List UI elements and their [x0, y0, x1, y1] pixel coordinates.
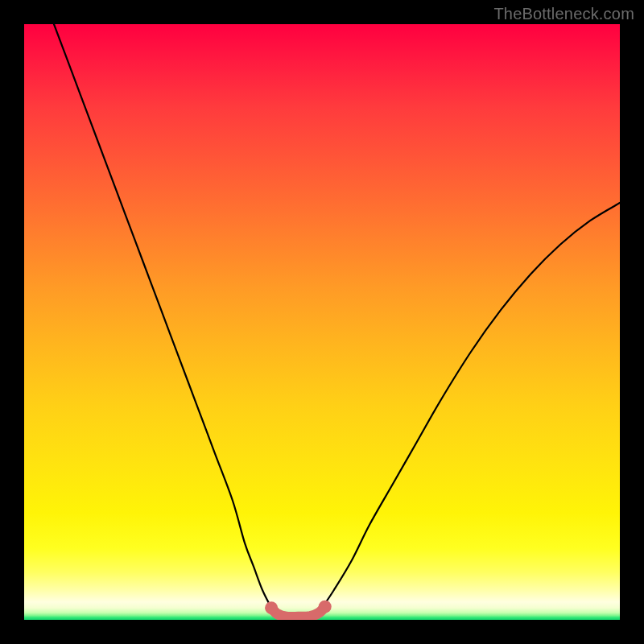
valley-endpoint-marker — [319, 601, 332, 613]
left-curve — [54, 24, 271, 608]
chart-frame: TheBottleneck.com — [0, 0, 644, 644]
right-curve — [322, 203, 620, 608]
plot-area — [24, 24, 620, 620]
valley-highlight — [271, 607, 325, 617]
valley-endpoint-marker — [265, 601, 278, 614]
watermark-text: TheBottleneck.com — [493, 5, 634, 23]
curve-layer — [24, 24, 620, 620]
